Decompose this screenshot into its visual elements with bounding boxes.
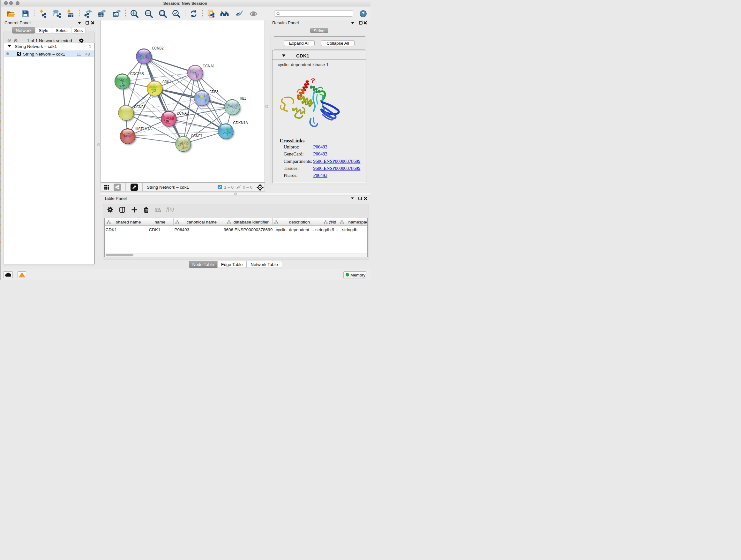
- svg-text:CCNB2: CCNB2: [152, 46, 164, 51]
- svg-text:CCNE1: CCNE1: [191, 133, 203, 138]
- svg-text:?: ?: [361, 11, 364, 16]
- svg-text:CDK1: CDK1: [162, 79, 171, 84]
- svg-text:CDC25B: CDC25B: [130, 71, 144, 76]
- svg-text:CCNA1: CCNA1: [203, 64, 215, 68]
- svg-text:HIST1H1A: HIST1H1A: [135, 126, 151, 131]
- svg-text:CCNB1: CCNB1: [134, 105, 145, 109]
- svg-text:CCNA2: CCNA2: [177, 111, 189, 116]
- svg-text:CDKN1A: CDKN1A: [233, 120, 248, 125]
- svg-text:CDC6: CDC6: [210, 89, 219, 94]
- svg-text:RB1: RB1: [240, 96, 246, 101]
